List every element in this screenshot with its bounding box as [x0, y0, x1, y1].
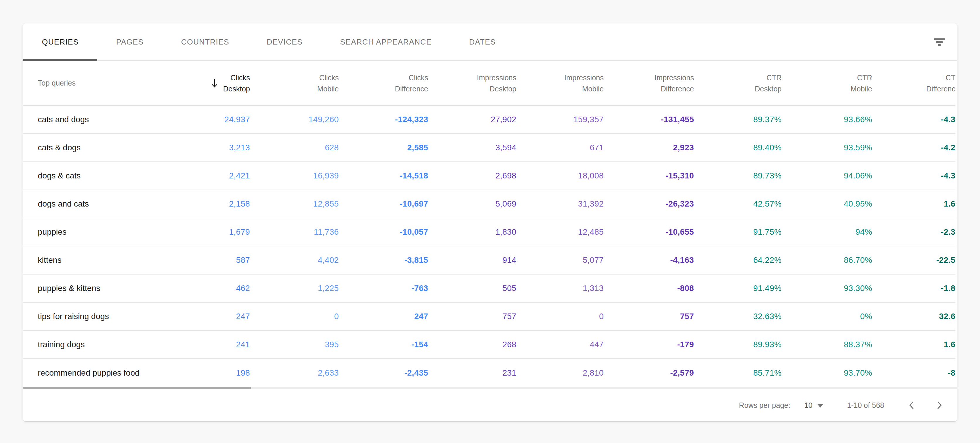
query-cell: tips for raising dogs — [23, 302, 161, 330]
cell-value: 241 — [161, 330, 250, 359]
cell-value: 11,736 — [250, 218, 339, 246]
column-header-clicks-difference[interactable]: ClicksDifference — [339, 61, 428, 105]
cell-value: 27,902 — [428, 105, 516, 133]
cell-value: 149,260 — [250, 105, 339, 133]
performance-report-card: QUERIESPAGESCOUNTRIESDEVICESSEARCH APPEA… — [23, 24, 957, 421]
cell-value: 447 — [516, 330, 604, 359]
cell-value: -10,697 — [339, 190, 428, 218]
query-cell: puppies — [23, 218, 161, 246]
queries-table: Top queriesClicksDesktopClicksMobileClic… — [23, 61, 955, 387]
cell-value: 1.6 — [872, 330, 955, 359]
cell-value: 89.40% — [694, 133, 781, 162]
cell-value: 16,939 — [250, 162, 339, 190]
cell-value: 93.70% — [781, 359, 872, 387]
cell-value: 94.06% — [781, 162, 872, 190]
cell-value: 86.70% — [781, 246, 872, 274]
cell-value: 85.71% — [694, 359, 781, 387]
cell-value: 671 — [516, 133, 604, 162]
tab-queries[interactable]: QUERIES — [23, 24, 97, 60]
column-header-ctr-desktop[interactable]: CTRDesktop — [694, 61, 781, 105]
cell-value: 32.6 — [872, 302, 955, 330]
table-row[interactable]: puppies1,67911,736-10,0571,83012,485-10,… — [23, 218, 955, 246]
tab-label: PAGES — [116, 38, 143, 47]
tab-dates[interactable]: DATES — [450, 24, 515, 60]
tab-label: COUNTRIES — [181, 38, 229, 47]
cell-value: 462 — [161, 274, 250, 302]
table-row[interactable]: dogs and cats2,15812,855-10,6975,06931,3… — [23, 190, 955, 218]
cell-value: -10,655 — [604, 218, 694, 246]
cell-value: 5,069 — [428, 190, 516, 218]
table-row[interactable]: kittens5874,402-3,8159145,077-4,16364.22… — [23, 246, 955, 274]
cell-value: 2,633 — [250, 359, 339, 387]
rows-per-page-label: Rows per page: — [739, 401, 791, 410]
cell-value: 757 — [428, 302, 516, 330]
cell-value: 31,392 — [516, 190, 604, 218]
table-row[interactable]: puppies & kittens4621,225-7635051,313-80… — [23, 274, 955, 302]
previous-page-button[interactable] — [907, 400, 916, 410]
tab-label: SEARCH APPEARANCE — [340, 38, 432, 47]
cell-value: 32.63% — [694, 302, 781, 330]
cell-value: -22.5 — [872, 246, 955, 274]
cell-value: 12,485 — [516, 218, 604, 246]
tab-label: DATES — [469, 38, 496, 47]
cell-value: -8 — [872, 359, 955, 387]
column-header-clicks-mobile[interactable]: ClicksMobile — [250, 61, 339, 105]
table-row[interactable]: cats & dogs3,2136282,5853,5946712,92389.… — [23, 133, 955, 162]
cell-value: -26,323 — [604, 190, 694, 218]
tab-list: QUERIESPAGESCOUNTRIESDEVICESSEARCH APPEA… — [23, 24, 515, 60]
cell-value: 2,158 — [161, 190, 250, 218]
cell-value: 3,213 — [161, 133, 250, 162]
filter-button[interactable] — [932, 34, 947, 49]
column-header-top-queries[interactable]: Top queries — [23, 61, 161, 105]
column-header-clicks-desktop[interactable]: ClicksDesktop — [161, 61, 250, 105]
cell-value: 24,937 — [161, 105, 250, 133]
tab-devices[interactable]: DEVICES — [248, 24, 321, 60]
column-header-impressions-difference[interactable]: ImpressionsDifference — [604, 61, 694, 105]
cell-value: 757 — [604, 302, 694, 330]
cell-value: 2,421 — [161, 162, 250, 190]
cell-value: 2,923 — [604, 133, 694, 162]
cell-value: -4.2 — [872, 133, 955, 162]
query-cell: cats & dogs — [23, 133, 161, 162]
cell-value: 505 — [428, 274, 516, 302]
cell-value: 198 — [161, 359, 250, 387]
query-cell: cats and dogs — [23, 105, 161, 133]
query-cell: recommended puppies food — [23, 359, 161, 387]
cell-value: 231 — [428, 359, 516, 387]
column-header-ctr-mobile[interactable]: CTRMobile — [781, 61, 872, 105]
table-row[interactable]: dogs & cats2,42116,939-14,5182,69818,008… — [23, 162, 955, 190]
cell-value: -179 — [604, 330, 694, 359]
tab-label: DEVICES — [267, 38, 303, 47]
query-cell: dogs & cats — [23, 162, 161, 190]
table-row[interactable]: recommended puppies food1982,633-2,43523… — [23, 359, 955, 387]
cell-value: 395 — [250, 330, 339, 359]
cell-value: 12,855 — [250, 190, 339, 218]
rows-per-page-select[interactable]: 10 — [805, 401, 823, 410]
cell-value: -4.3 — [872, 105, 955, 133]
header-row: Top queriesClicksDesktopClicksMobileClic… — [23, 61, 955, 105]
cell-value: -1.8 — [872, 274, 955, 302]
cell-value: 587 — [161, 246, 250, 274]
cell-value: 3,594 — [428, 133, 516, 162]
tab-countries[interactable]: COUNTRIES — [162, 24, 248, 60]
cell-value: 247 — [339, 302, 428, 330]
column-header-ct-differenc[interactable]: CTDifferenc — [872, 61, 955, 105]
next-page-button[interactable] — [935, 400, 944, 410]
column-header-impressions-desktop[interactable]: ImpressionsDesktop — [428, 61, 516, 105]
cell-value: 89.73% — [694, 162, 781, 190]
table-row[interactable]: tips for raising dogs2470247757075732.63… — [23, 302, 955, 330]
horizontal-scrollbar-thumb[interactable] — [23, 387, 251, 389]
query-cell: dogs and cats — [23, 190, 161, 218]
cell-value: -3,815 — [339, 246, 428, 274]
cell-value: 5,077 — [516, 246, 604, 274]
column-header-impressions-mobile[interactable]: ImpressionsMobile — [516, 61, 604, 105]
cell-value: 1,225 — [250, 274, 339, 302]
cell-value: 89.37% — [694, 105, 781, 133]
tab-search-appearance[interactable]: SEARCH APPEARANCE — [321, 24, 450, 60]
table-row[interactable]: cats and dogs24,937149,260-124,32327,902… — [23, 105, 955, 133]
tab-pages[interactable]: PAGES — [97, 24, 162, 60]
query-cell: kittens — [23, 246, 161, 274]
cell-value: 0 — [250, 302, 339, 330]
active-tab-underline — [23, 59, 97, 61]
table-row[interactable]: training dogs241395-154268447-17989.93%8… — [23, 330, 955, 359]
